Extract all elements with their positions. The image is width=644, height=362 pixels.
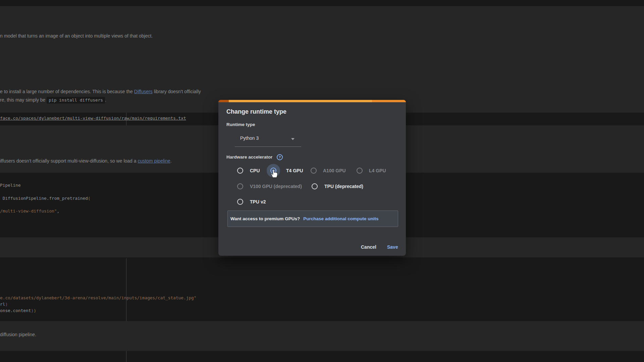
radio-cpu[interactable] [237,168,243,174]
paragraph-text: . [170,158,172,164]
radio-l4-gpu[interactable] [357,168,363,174]
radio-cpu-label[interactable]: CPU [250,168,260,173]
code-line: DiffusionPipeline.from_pretrained( [0,196,91,201]
pointer-cursor-icon [270,168,278,178]
code-paren: ) [31,308,34,313]
colab-page: n model that turns an image of an object… [0,0,644,362]
cancel-button[interactable]: Cancel [359,244,378,250]
inline-code-chip: pip install diffusers [47,97,105,104]
code-paren: ) [34,308,36,313]
purchase-compute-units-link[interactable]: Purchase additional compute units [303,216,378,221]
code-text: onse.content [0,308,31,313]
code-cell[interactable] [0,351,644,362]
code-line: Pipeline [0,183,21,188]
code-text: , [57,208,60,214]
cell-divider-line [126,351,126,362]
paragraph-text: re, this may simply be [0,97,47,103]
change-runtime-type-dialog: Change runtime type Runtime type Python … [218,100,406,256]
dialog-title: Change runtime type [226,108,286,115]
radio-tpu-label[interactable]: TPU (deprecated) [324,184,363,189]
paragraph-text: library doesn't officially [153,89,201,94]
chevron-down-icon[interactable] [291,138,294,140]
code-text: DiffusionPipeline.from_pretrained [0,196,88,201]
code-line: rl) [0,302,8,307]
markdown-paragraph: diffusion pipeline. [0,331,36,338]
code-string-url[interactable]: e.co/datasets/dylanebert/3d-arena/resolv… [0,295,197,300]
diffusers-link[interactable]: Diffusers [134,89,153,94]
custom-pipeline-link[interactable]: custom pipeline [138,158,170,164]
save-button[interactable]: Save [385,244,400,250]
markdown-paragraph: iffusers doesn't officially support mult… [0,158,172,164]
paragraph-text: . [105,97,106,103]
hardware-accelerator-label: Hardware accelerator [226,155,272,160]
dialog-progress-bar [218,100,406,102]
paragraph-text: e to install a large number of dependenc… [0,89,134,94]
markdown-paragraph: e to install a large number of dependenc… [0,88,201,95]
runtime-type-label: Runtime type [226,122,255,127]
code-paren: ) [5,302,8,307]
markdown-paragraph: n model that turns an image of an object… [0,33,153,39]
code-line-requirements-url[interactable]: face.co/spaces/dylanebert/multi-view-dif… [0,116,186,121]
cell-divider-line [126,258,126,321]
runtime-type-select[interactable]: Python 3 [240,135,259,141]
code-paren: ( [88,196,91,201]
radio-tpu[interactable] [312,183,318,189]
markdown-paragraph: re, this may simply be pip install diffu… [0,97,106,104]
premium-gpu-banner: Want access to premium GPUs? Purchase ad… [227,210,398,227]
radio-t4-gpu-label[interactable]: T4 GPU [286,168,303,173]
code-line: onse.content)) [0,308,36,313]
paragraph-text: iffusers doesn't officially support mult… [0,158,138,164]
code-line: /multi-view-diffusion", [0,208,59,214]
radio-a100-gpu-label[interactable]: A100 GPU [323,168,346,173]
radio-a100-gpu[interactable] [311,168,317,174]
code-string: /multi-view-diffusion" [0,208,57,214]
select-underline [235,146,301,147]
radio-v100-gpu[interactable] [237,183,243,189]
code-line: e.co/datasets/dylanebert/3d-arena/resolv… [0,295,197,301]
code-text: rl [0,302,5,307]
radio-tpu-v2[interactable] [237,199,243,205]
top-band [0,0,644,6]
banner-question: Want access to premium GPUs? [230,216,300,221]
help-icon[interactable]: ? [277,154,283,160]
radio-tpu-v2-label[interactable]: TPU v2 [250,199,266,204]
radio-l4-gpu-label[interactable]: L4 GPU [369,168,386,173]
code-cell[interactable] [0,257,644,321]
radio-v100-gpu-label[interactable]: V100 GPU (deprecated) [250,184,302,189]
